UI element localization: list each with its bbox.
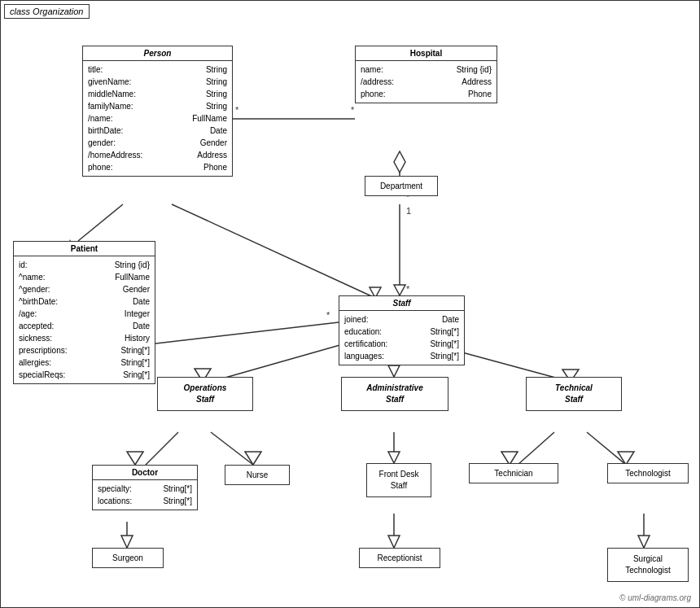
svg-marker-22 [394,285,405,295]
svg-text:*: * [406,284,410,294]
receptionist-title: Receptionist [377,553,422,562]
doctor-attrs: specialty:String[*] locations:String[*] [93,480,197,510]
surgeon-class: Surgeon [92,548,164,568]
svg-marker-37 [121,536,133,548]
staff-title: Staff [339,296,464,311]
svg-marker-30 [388,365,400,377]
operations-staff-class: OperationsStaff [157,377,253,411]
diagram-container: class Organization [0,0,700,608]
diagram-title: class Organization [4,4,90,19]
svg-marker-33 [245,452,261,465]
hospital-class: Hospital name:String {id} /address:Addre… [355,46,497,103]
technologist-class: Technologist [607,463,689,483]
operations-staff-title: OperationsStaff [184,383,227,404]
admin-staff-class: AdministrativeStaff [341,377,448,411]
copyright: © uml-diagrams.org [619,593,691,602]
staff-attrs: joined:Date education:String[*] certific… [339,311,464,365]
surgical-technologist-title: SurgicalTechnologist [625,554,671,575]
technologist-title: Technologist [625,469,671,478]
svg-line-0 [78,204,123,241]
surgical-technologist-class: SurgicalTechnologist [607,548,689,582]
technical-staff-class: TechnicalStaff [526,377,622,411]
svg-marker-3 [394,151,405,173]
person-class: Person title:String givenName:String mid… [82,46,233,177]
patient-title: Patient [14,242,155,256]
patient-attrs: id:String {id} ^name:FullName ^gender:Ge… [14,256,155,383]
svg-text:*: * [351,105,355,115]
svg-marker-34 [388,452,400,463]
doctor-class: Doctor specialty:String[*] locations:Str… [92,465,198,510]
svg-text:1: 1 [406,206,411,216]
svg-marker-32 [127,452,143,465]
svg-line-10 [211,432,253,465]
svg-line-9 [146,432,178,465]
nurse-title: Nurse [247,470,269,479]
svg-text:*: * [235,105,239,115]
hospital-attrs: name:String {id} /address:Address phone:… [356,61,497,103]
svg-marker-39 [638,536,650,548]
department-title: Department [380,182,422,190]
svg-line-13 [587,432,626,465]
front-desk-title: Front DeskStaff [379,470,419,490]
svg-text:*: * [326,310,330,320]
staff-class: Staff joined:Date education:String[*] ce… [339,295,465,365]
department-class: Department [365,176,438,196]
admin-staff-title: AdministrativeStaff [366,383,422,404]
svg-marker-38 [388,536,400,548]
doctor-title: Doctor [93,466,197,480]
receptionist-class: Receptionist [359,548,440,568]
nurse-class: Nurse [225,465,290,485]
svg-line-12 [518,432,554,465]
surgeon-title: Surgeon [112,553,143,562]
patient-class: Patient id:String {id} ^name:FullName ^g… [13,241,155,384]
hospital-title: Hospital [356,46,497,61]
svg-line-1 [172,204,375,298]
technician-class: Technician [469,463,558,483]
technical-staff-title: TechnicalStaff [555,383,593,404]
person-title: Person [83,46,232,61]
technician-title: Technician [494,469,532,478]
person-attrs: title:String givenName:String middleName… [83,61,232,176]
front-desk-class: Front DeskStaff [366,463,431,497]
